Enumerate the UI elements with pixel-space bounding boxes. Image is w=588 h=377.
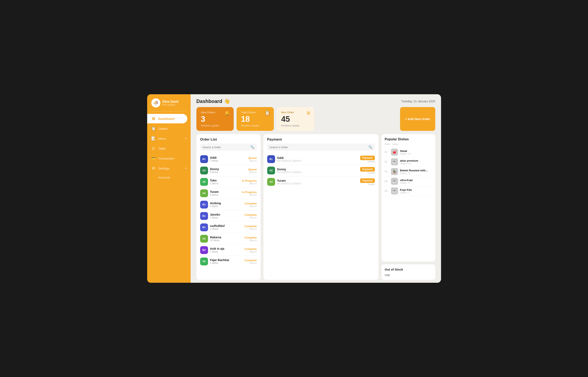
sidebar-item-dashboard[interactable]: ⊞ Dashboard <box>147 114 187 123</box>
add-order-button[interactable]: + Add New Order <box>400 107 435 131</box>
payment-row[interactable]: A4 Turam INV.20250121.201600.3 Payment U… <box>266 176 376 188</box>
dish-info: Kopi Kita Orders: 7 <box>400 188 412 194</box>
dish-orders: Orders: 7 <box>400 191 412 194</box>
content-area: Order List 🔍 B1 Oddi 7 Items Queue Dine … <box>191 134 441 283</box>
sidebar-item-table[interactable]: ⊡ Table <box>147 144 191 153</box>
pay-right: Payment Unpaid <box>360 167 375 174</box>
order-status: Complete Dine In <box>244 236 257 242</box>
out-of-stock-title: Out of Stock <box>385 268 432 271</box>
stat-total-orders: 📋 Total Orders 18 Realtime update <box>237 107 274 131</box>
order-name: ssdfsdfdsf <box>210 224 243 228</box>
order-info: Asik in aja 1 Items <box>210 247 243 253</box>
dish-orders: Orders: 19 <box>400 162 418 165</box>
popular-dishes-panel: Popular Dishes Rank Name 01 🥩 Steak Orde… <box>381 134 435 261</box>
order-status: In Progress Dine In <box>242 190 257 196</box>
dish-orders: Orders: 9 <box>400 182 413 184</box>
order-row[interactable]: B1 Oddi 7 Items Queue Dine In <box>199 153 258 165</box>
order-items: 7 Items <box>210 159 247 162</box>
popular-rank: 01 <box>385 151 389 153</box>
popular-dish-row: 02 ☕ akan premium Orders: 19 <box>385 157 432 167</box>
order-status-label: Queue <box>248 156 257 160</box>
order-type: Dine In <box>242 182 257 185</box>
order-info: Oddi 7 Items <box>210 156 247 162</box>
popular-dishes-title: Popular Dishes <box>385 137 432 141</box>
order-status: In Progress Dine In <box>242 179 257 185</box>
pay-badge: A4 <box>267 178 275 186</box>
pay-status-badge: Payment <box>360 178 375 183</box>
sidebar-item-label: Table <box>158 147 166 150</box>
pay-badge: A2 <box>267 167 275 175</box>
order-status: Complete Dine In <box>244 213 257 219</box>
order-row[interactable]: A2 Donny 6 Items Queue Dine In <box>199 165 258 176</box>
payment-search-bar[interactable]: 🔍 <box>267 144 375 151</box>
order-badge: B1 <box>200 155 208 163</box>
order-search-bar[interactable]: 🔍 <box>200 144 257 151</box>
sidebar-item-menu[interactable]: 📝 Menu ▾ <box>147 134 191 143</box>
pay-badge: B1 <box>267 155 275 163</box>
item-order-icon: ⊞ <box>307 110 310 116</box>
order-row[interactable]: A4 Turam 4 Items In Progress Dine In <box>199 188 258 199</box>
order-items: 6 Items <box>210 171 247 174</box>
order-row[interactable]: B3 Asik in aja 1 Items Complete Dine In <box>199 245 258 256</box>
order-row[interactable]: A5 Fajar Bachtiar 1 Items Complete Dine … <box>199 256 258 267</box>
topbar-date: Tuesday, 21 January 2025 <box>401 100 435 103</box>
pay-right: Payment Unpaid <box>360 178 375 185</box>
payment-panel: Payment 🔍 B1 Oddi INV.20250121.205205.5 … <box>263 134 378 280</box>
order-list-panel: Order List 🔍 B1 Oddi 7 Items Queue Dine … <box>196 134 261 280</box>
pay-info: Donny INV.20250121.203305.4 <box>277 168 358 173</box>
pay-status: Unpaid <box>360 160 375 163</box>
popular-rank: 02 <box>385 160 389 163</box>
order-status-label: Complete <box>244 213 257 216</box>
order-status-label: Queue <box>248 168 257 171</box>
orders-card-icon: 📋 <box>264 110 270 116</box>
order-status-label: Complete <box>244 225 257 228</box>
pay-invoice: INV.20250121.203305.4 <box>277 171 358 173</box>
dashboard-icon: ⊞ <box>151 116 156 121</box>
dish-image: ☕ <box>391 188 398 194</box>
order-row[interactable]: B1 Andong 2 Items Complete Dine In <box>199 199 258 210</box>
order-status: Complete Dine In <box>244 225 257 230</box>
total-orders-sub: Realtime update <box>241 124 269 127</box>
order-status-label: In Progress <box>242 179 257 182</box>
payment-row[interactable]: B1 Oddi INV.20250121.205205.5 Payment Un… <box>266 153 376 165</box>
sidebar-item-label: Settings <box>158 167 170 170</box>
transaction-icon: 💳 <box>151 156 156 161</box>
order-info: Rakarsa 12 Items <box>210 236 243 242</box>
order-row[interactable]: B1 ssdfsdfdsf 1 Items Complete Dine In <box>199 222 258 233</box>
order-row[interactable]: B1 Janoko 1 Items Complete Dine In <box>199 210 258 222</box>
order-name: Turam <box>210 190 240 193</box>
order-badge: A5 <box>200 258 208 265</box>
pay-status: Unpaid <box>360 172 375 174</box>
new-orders-sub: Realtime update <box>201 124 229 127</box>
sidebar-item-settings[interactable]: ⚙ Settings ▾ <box>147 164 191 173</box>
order-badge: B1 <box>200 212 208 220</box>
popular-dish-row: 03 🦆 Bebek Roasted with... Orders: 12 <box>385 167 432 177</box>
order-row[interactable]: A5 Toko 1 Items In Progress Dine In <box>199 176 258 188</box>
payment-search-input[interactable] <box>270 146 367 149</box>
order-status: Queue Dine In <box>248 168 257 173</box>
payment-header: Payment 🔍 <box>263 134 378 153</box>
order-row[interactable]: A4 Rakarsa 12 Items Complete Dine In <box>199 233 258 245</box>
dish-name: Steak <box>400 149 411 153</box>
payment-row[interactable]: A2 Donny INV.20250121.203305.4 Payment U… <box>266 165 376 176</box>
orders-icon: 📋 <box>151 126 156 131</box>
dish-info: Bebek Roasted with... Orders: 12 <box>400 169 428 175</box>
new-orders-value: 3 <box>201 115 229 123</box>
order-status-label: Complete <box>244 259 257 262</box>
popular-rank: 03 <box>385 170 389 173</box>
order-items: 2 Items <box>210 205 243 208</box>
order-search-input[interactable] <box>203 146 249 149</box>
out-of-stock-items: copi <box>385 273 432 277</box>
sidebar-item-transaction[interactable]: 💳 Transaction <box>147 153 191 163</box>
right-column: Popular Dishes Rank Name 01 🥩 Steak Orde… <box>381 134 435 280</box>
dish-info: ultra-Kopi Orders: 9 <box>400 178 413 184</box>
sidebar-item-accounts[interactable]: Accounts <box>147 173 191 182</box>
dish-name: akan premium <box>400 159 418 162</box>
sidebar-item-orders[interactable]: 📋 Orders <box>147 124 191 133</box>
order-items: 1 Items <box>210 262 243 265</box>
dish-name: Bebek Roasted with... <box>400 169 428 172</box>
order-name: Toko <box>210 179 240 182</box>
order-items: 1 Items <box>210 228 243 230</box>
order-type: Dine In <box>244 216 257 219</box>
sidebar-item-label: Orders <box>158 127 168 130</box>
